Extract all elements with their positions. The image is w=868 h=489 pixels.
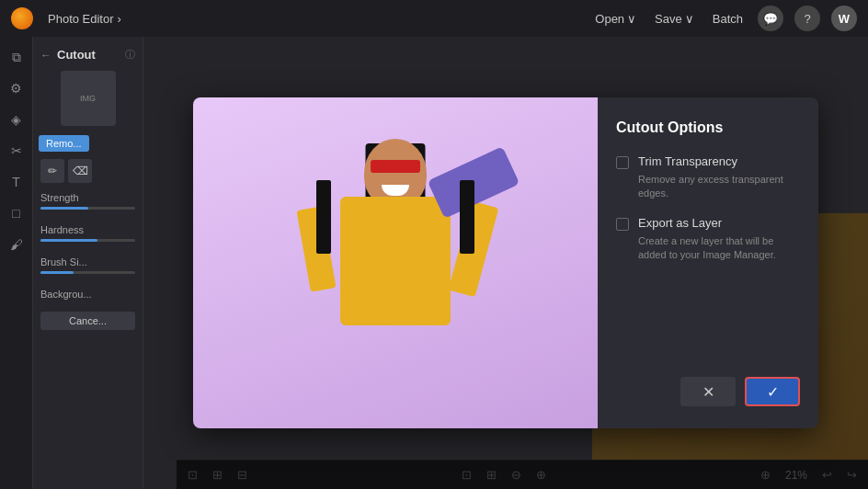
chat-icon[interactable]: 💬 bbox=[758, 6, 783, 31]
canvas-area: ⊡ ⊞ ⊟ ⊡ ⊞ ⊖ ⊕ ⊕ 21% ↩ ↪ bbox=[143, 37, 868, 489]
tab-bar: Remo... bbox=[33, 131, 143, 155]
strength-label: Strength bbox=[40, 192, 135, 203]
topbar-actions: Open ∨ Save ∨ Batch bbox=[595, 12, 743, 26]
open-chevron: ∨ bbox=[627, 12, 636, 26]
open-label: Open bbox=[595, 12, 624, 26]
tool-row: ✏ ⌫ bbox=[33, 155, 143, 187]
background-label: Backgrou... bbox=[40, 289, 135, 300]
eraser-tool[interactable]: ⌫ bbox=[68, 159, 92, 183]
strength-section: Strength bbox=[33, 187, 143, 219]
modal-overlay: Cutout Options Trim Transparency Remove … bbox=[143, 37, 868, 489]
avatar-letter: W bbox=[839, 12, 850, 26]
export-as-layer-desc: Create a new layer that will be added to… bbox=[638, 234, 800, 263]
save-chevron: ∨ bbox=[685, 12, 694, 26]
export-as-layer-row: Export as Layer bbox=[616, 216, 800, 231]
adjustments-icon[interactable]: ⚙ bbox=[4, 75, 29, 101]
open-menu[interactable]: Open ∨ bbox=[595, 12, 636, 26]
batch-button[interactable]: Batch bbox=[713, 12, 743, 26]
export-as-layer-group: Export as Layer Create a new layer that … bbox=[616, 216, 800, 263]
topbar-icons: 💬 ? W bbox=[758, 6, 857, 31]
cutout-icon[interactable]: ✂ bbox=[4, 138, 29, 164]
brush-icon[interactable]: 🖌 bbox=[4, 232, 29, 257]
user-avatar[interactable]: W bbox=[831, 6, 857, 31]
panel-title: Cutout bbox=[57, 48, 96, 62]
pencil-tool[interactable]: ✏ bbox=[40, 159, 64, 183]
text-icon[interactable]: T bbox=[4, 169, 29, 195]
cancel-small-label: Cance... bbox=[69, 315, 107, 326]
panel-header: ← Cutout ⓘ bbox=[33, 44, 143, 65]
confirm-icon: ✓ bbox=[767, 383, 779, 401]
trim-transparency-label: Trim Transparency bbox=[638, 154, 737, 168]
back-button[interactable]: ← bbox=[40, 49, 51, 62]
modal-cancel-button[interactable]: ✕ bbox=[680, 377, 736, 406]
cutout-options-modal: Cutout Options Trim Transparency Remove … bbox=[193, 97, 818, 428]
options-title: Cutout Options bbox=[616, 119, 800, 136]
help-icon[interactable]: ? bbox=[794, 6, 820, 31]
modal-image-inner bbox=[193, 97, 598, 428]
shapes-icon[interactable]: □ bbox=[4, 200, 29, 226]
batch-label: Batch bbox=[713, 12, 743, 26]
modal-footer: ✕ ✓ bbox=[616, 377, 800, 406]
export-as-layer-label: Export as Layer bbox=[638, 216, 722, 230]
hair-right bbox=[460, 180, 474, 254]
trim-transparency-checkbox[interactable] bbox=[616, 156, 629, 169]
background-section: Backgrou... bbox=[33, 283, 143, 308]
save-menu[interactable]: Save ∨ bbox=[655, 12, 694, 26]
person-figure bbox=[303, 134, 487, 392]
body bbox=[340, 197, 451, 325]
modal-image-panel bbox=[193, 97, 598, 428]
brush-size-label: Brush Si... bbox=[40, 256, 135, 267]
left-panel: ← Cutout ⓘ IMG Remo... ✏ ⌫ Strength Hard… bbox=[33, 37, 143, 489]
app-title: Photo Editor › bbox=[48, 12, 121, 26]
effects-icon[interactable]: ◈ bbox=[4, 107, 29, 132]
info-icon[interactable]: ⓘ bbox=[125, 48, 135, 62]
app-title-text: Photo Editor bbox=[48, 12, 114, 26]
export-as-layer-checkbox[interactable] bbox=[616, 218, 629, 231]
strength-slider[interactable] bbox=[40, 207, 135, 210]
hardness-slider[interactable] bbox=[40, 239, 135, 242]
cutout-thumbnail: IMG bbox=[61, 71, 116, 126]
modal-options-panel: Cutout Options Trim Transparency Remove … bbox=[598, 97, 818, 428]
main-area: ⧉ ⚙ ◈ ✂ T □ 🖌 ← Cutout ⓘ IMG Remo... ✏ ⌫… bbox=[0, 37, 868, 489]
topbar: Photo Editor › Open ∨ Save ∨ Batch 💬 ? W bbox=[0, 0, 868, 37]
trim-transparency-row: Trim Transparency bbox=[616, 154, 800, 169]
icon-bar: ⧉ ⚙ ◈ ✂ T □ 🖌 bbox=[0, 37, 33, 489]
brush-size-slider[interactable] bbox=[40, 271, 135, 274]
title-chevron: › bbox=[118, 12, 121, 26]
tab-remove[interactable]: Remo... bbox=[39, 135, 89, 152]
sunglasses bbox=[371, 160, 420, 173]
app-logo bbox=[11, 7, 33, 29]
hair-left bbox=[316, 180, 331, 254]
hardness-section: Hardness bbox=[33, 219, 143, 251]
trim-transparency-group: Trim Transparency Remove any excess tran… bbox=[616, 154, 800, 201]
trim-transparency-desc: Remove any excess transparent edges. bbox=[638, 173, 800, 201]
layers-icon[interactable]: ⧉ bbox=[4, 44, 29, 70]
cancel-small-button[interactable]: Cance... bbox=[40, 312, 135, 330]
save-label: Save bbox=[655, 12, 682, 26]
brush-size-section: Brush Si... bbox=[33, 251, 143, 283]
tab-remove-label: Remo... bbox=[46, 138, 82, 149]
cancel-icon: ✕ bbox=[702, 383, 714, 401]
hardness-label: Hardness bbox=[40, 224, 135, 235]
modal-confirm-button[interactable]: ✓ bbox=[745, 377, 800, 406]
